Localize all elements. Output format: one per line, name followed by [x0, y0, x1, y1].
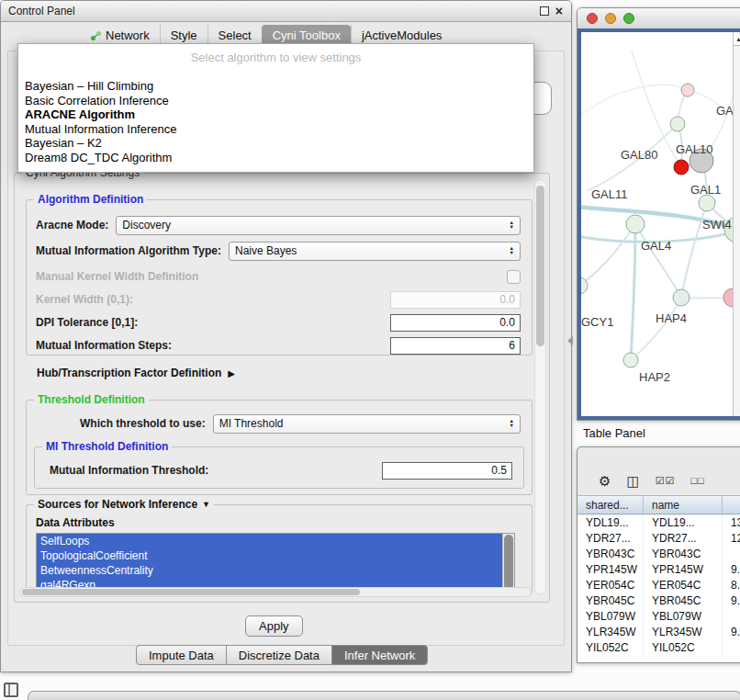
table-row[interactable]: YBR045CYBR045C9.: [577, 593, 740, 609]
columns-icon[interactable]: ◫: [626, 474, 639, 488]
apply-button[interactable]: Apply: [245, 615, 303, 637]
tab-label: jActiveModules: [362, 28, 442, 42]
select-all-checks-icon[interactable]: ☑☑: [656, 474, 676, 488]
column-header-shared-name[interactable]: shared...: [577, 496, 644, 514]
network-vertical-scrollbar[interactable]: ▲: [733, 32, 740, 416]
algorithm-definition-group: Algorithm Definition Aracne Mode: Discov…: [26, 199, 533, 356]
table-row[interactable]: YIL052CYIL052C: [577, 640, 740, 656]
column-header-partial[interactable]: [723, 496, 740, 514]
network-node[interactable]: [673, 289, 690, 306]
section-title: Threshold Definition: [34, 393, 149, 406]
dropdown-item[interactable]: Dream8 DC_TDC Algorithm: [18, 151, 533, 165]
window-traffic-lights: [577, 13, 634, 24]
aracne-mode-row: Aracne Mode: Discovery ▲▼: [36, 215, 521, 235]
gear-icon[interactable]: ⚙: [599, 474, 611, 488]
float-window-icon[interactable]: [540, 6, 549, 16]
splitter-collapse-icon[interactable]: [567, 336, 573, 345]
algorithm-dropdown-popup: Select algorithm to view settings Bayesi…: [17, 43, 534, 173]
control-panel-titlebar[interactable]: Control Panel ×: [1, 1, 571, 22]
which-threshold-select[interactable]: MI Threshold ▲▼: [213, 414, 521, 434]
zoom-window-icon[interactable]: [623, 13, 634, 24]
column-header-name[interactable]: name: [644, 496, 723, 514]
settings-horizontal-scrollbar[interactable]: [19, 587, 532, 597]
tab-label: Select: [219, 28, 252, 42]
network-node[interactable]: [670, 117, 685, 131]
network-window-titlebar[interactable]: [577, 8, 740, 29]
network-canvas[interactable]: GAL GAL80 GAL10 GAL11 GAL1 SWI4 GAL4 GCY…: [581, 32, 740, 416]
table-row[interactable]: YPR145WYPR145W9.: [577, 562, 740, 578]
network-node-label: SWI4: [702, 218, 732, 231]
network-node[interactable]: [623, 353, 638, 367]
network-node-label: GAL10: [676, 142, 712, 156]
mi-threshold-field[interactable]: [382, 462, 512, 480]
sources-toggle[interactable]: Sources for Network Inference ▼: [34, 498, 214, 511]
dropdown-item[interactable]: Basic Correlation Inference: [18, 94, 533, 108]
list-scrollbar[interactable]: [502, 534, 514, 591]
which-threshold-row: Which threshold to use: MI Threshold ▲▼: [36, 413, 521, 434]
list-item[interactable]: TopologicalCoefficient: [37, 548, 514, 563]
kernel-width-field[interactable]: [390, 291, 521, 309]
selected-value: MI Threshold: [219, 417, 284, 430]
table-row[interactable]: YDL19...YDL19...13: [577, 515, 740, 531]
close-window-icon[interactable]: [587, 13, 598, 24]
table-header: shared... name: [577, 495, 740, 514]
dropdown-item[interactable]: Mutual Information Inference: [18, 122, 533, 137]
tab-impute-data[interactable]: Impute Data: [136, 645, 227, 665]
mi-algorithm-type-select[interactable]: Naive Bayes ▲▼: [229, 242, 521, 261]
table-row[interactable]: YLR345WYLR345W9.: [577, 625, 740, 640]
hub-transcription-factor-toggle[interactable]: Hub/Transcription Factor Definition ▶: [37, 365, 235, 381]
dpi-tolerance-row: DPI Tolerance [0,1]:: [36, 312, 521, 333]
data-attributes-list[interactable]: SelfLoops TopologicalCoefficient Between…: [36, 533, 515, 592]
dpi-tolerance-label: DPI Tolerance [0,1]:: [36, 316, 138, 329]
dropdown-item-selected[interactable]: ARACNE Algorithm: [18, 107, 533, 122]
network-node[interactable]: [681, 84, 694, 96]
network-node[interactable]: [626, 215, 645, 233]
mi-algorithm-type-row: Mutual Information Algorithm Type: Naive…: [36, 241, 521, 261]
manual-kernel-label: Manual Kernel Width Definition: [36, 270, 198, 283]
aracne-mode-select[interactable]: Discovery ▲▼: [116, 216, 521, 235]
table-row[interactable]: YBL079WYBL079W: [577, 609, 740, 625]
mi-steps-field[interactable]: [390, 337, 521, 355]
dropdown-item[interactable]: Bayesian – Hill Climbing: [18, 79, 533, 94]
list-item[interactable]: SelfLoops: [37, 534, 514, 548]
cyni-mode-tabs: Impute Data Discretize Data Infer Networ…: [136, 645, 428, 665]
network-node-label: GAL11: [591, 187, 628, 201]
mi-threshold-row: Mutual Information Threshold:: [44, 460, 512, 480]
table-body: YDL19...YDL19...13 YDR27...YDR27...12 YB…: [577, 515, 740, 662]
tab-label: Cyni Toolbox: [273, 28, 341, 42]
list-item[interactable]: BetweennessCentrality: [37, 563, 514, 578]
aracne-mode-label: Aracne Mode:: [36, 219, 108, 231]
manual-kernel-row: Manual Kernel Width Definition: [36, 266, 521, 287]
network-view-window: GAL GAL80 GAL10 GAL11 GAL1 SWI4 GAL4 GCY…: [577, 7, 740, 421]
table-row[interactable]: YDR27...YDR27...12: [577, 531, 740, 547]
network-node[interactable]: [699, 195, 715, 211]
combo-arrows-icon: ▲▼: [504, 419, 514, 427]
scroll-up-icon[interactable]: ▲: [734, 32, 740, 46]
network-node-label: HAP4: [656, 311, 687, 325]
tab-infer-network[interactable]: Infer Network: [331, 645, 428, 665]
minimize-window-icon[interactable]: [605, 13, 616, 24]
desktop: Control Panel × Network Style Select Cyn…: [0, 0, 740, 700]
network-node[interactable]: [674, 160, 689, 175]
dropdown-item[interactable]: Bayesian – K2: [18, 136, 533, 151]
table-row[interactable]: YER054CYER054C8.: [577, 578, 740, 593]
data-attributes-label: Data Attributes: [36, 516, 115, 529]
combo-arrows-icon: ▲▼: [504, 246, 514, 254]
close-icon[interactable]: ×: [555, 6, 563, 17]
hub-section-label: Hub/Transcription Factor Definition: [37, 367, 221, 379]
clear-all-checks-icon[interactable]: □□: [690, 474, 704, 488]
sources-title: Sources for Network Inference: [38, 498, 197, 511]
manual-kernel-checkbox[interactable]: [507, 270, 521, 284]
network-node-labels: GAL GAL80 GAL10 GAL11 GAL1 SWI4 GAL4 GCY…: [581, 104, 740, 384]
tab-discretize-data[interactable]: Discretize Data: [226, 645, 332, 665]
settings-vertical-scrollbar[interactable]: [534, 179, 546, 594]
table-row[interactable]: YBR043CYBR043C: [577, 547, 740, 562]
combo-arrows-icon: ▲▼: [504, 220, 514, 229]
background-window-edge[interactable]: [28, 691, 740, 700]
mini-panel-icon[interactable]: [4, 683, 18, 697]
dropdown-placeholder: Select algorithm to view settings: [18, 49, 533, 66]
selected-value: Naive Bayes: [235, 244, 297, 257]
dpi-tolerance-field[interactable]: [390, 314, 521, 332]
control-panel-window: Control Panel × Network Style Select Cyn…: [0, 0, 572, 672]
network-node-label: GAL1: [690, 183, 721, 197]
